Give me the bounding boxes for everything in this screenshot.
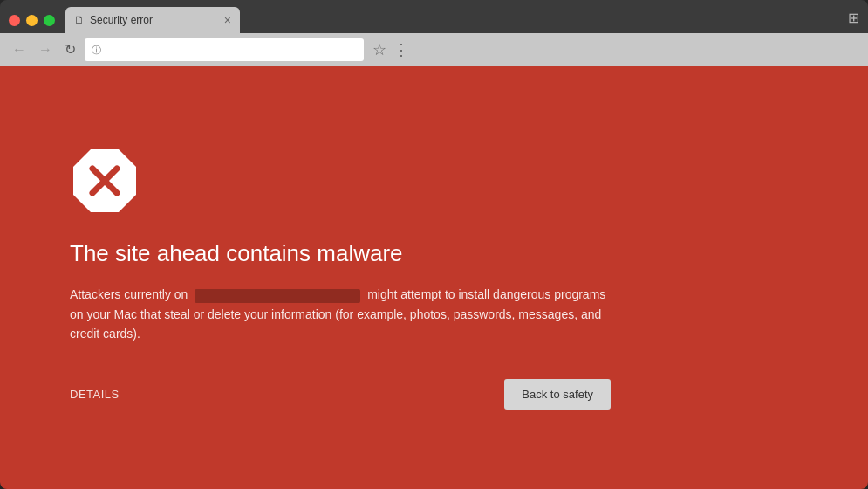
chrome-window: 🗋 Security error × ⊞ ← → ↻ ⓘ ☆ ⋮ [0, 0, 868, 489]
tab-title: Security error [90, 14, 219, 26]
error-container: The site ahead contains malware Attacker… [70, 146, 611, 409]
title-bar: 🗋 Security error × ⊞ [0, 0, 868, 33]
toolbar: ← → ↻ ⓘ ☆ ⋮ [0, 33, 868, 66]
error-body: Attackers currently on might attempt to … [70, 285, 611, 343]
back-nav-button[interactable]: ← [9, 41, 30, 59]
close-button[interactable] [9, 15, 20, 26]
maximize-button[interactable] [44, 15, 55, 26]
chrome-menu-icon[interactable]: ⋮ [393, 40, 409, 59]
error-body-before: Attackers currently on [70, 287, 188, 301]
traffic-lights [9, 15, 55, 26]
tab-page-icon: 🗋 [74, 14, 85, 26]
info-icon: ⓘ [92, 44, 101, 57]
reload-button[interactable]: ↻ [61, 41, 79, 59]
toolbar-right: ☆ ⋮ [372, 40, 409, 59]
error-actions: DETAILS Back to safety [70, 379, 611, 410]
error-page: The site ahead contains malware Attacker… [0, 66, 868, 489]
details-link[interactable]: DETAILS [70, 388, 120, 401]
bookmark-icon[interactable]: ☆ [372, 40, 386, 59]
address-input[interactable] [106, 44, 357, 56]
browser-tab[interactable]: 🗋 Security error × [65, 7, 240, 33]
redacted-url [195, 289, 360, 303]
stop-icon [70, 146, 140, 216]
tab-spacer [240, 7, 848, 33]
minimize-button[interactable] [26, 15, 38, 26]
back-to-safety-button[interactable]: Back to safety [504, 379, 611, 410]
error-heading: The site ahead contains malware [70, 240, 611, 267]
extension-icon: ⊞ [848, 10, 859, 26]
tab-close-button[interactable]: × [224, 14, 231, 26]
address-bar[interactable]: ⓘ [85, 38, 364, 61]
forward-nav-button[interactable]: → [35, 41, 56, 59]
